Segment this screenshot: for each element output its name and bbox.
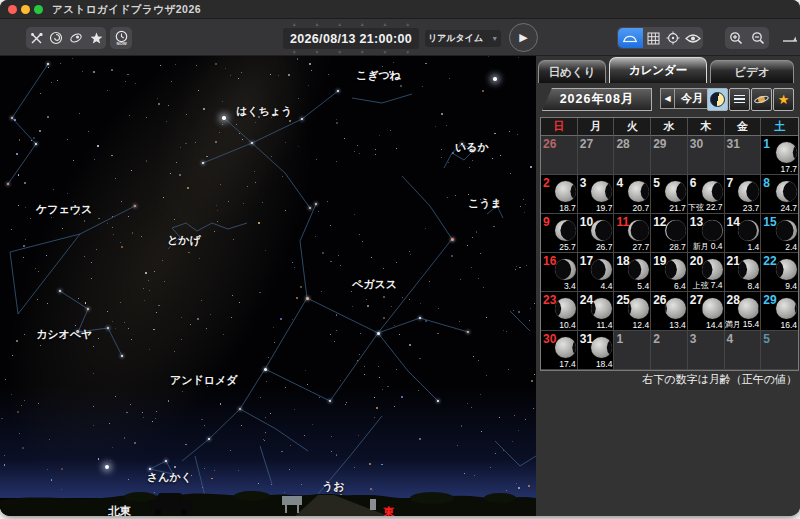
close-window-button[interactable] (8, 5, 17, 14)
calendar-day-cell[interactable]: 824.7 (761, 175, 798, 214)
calendar-day-cell[interactable]: 3118.4 (578, 331, 615, 370)
month-selector[interactable]: 2026年08月 (542, 88, 652, 111)
compass-label: 北東 (108, 504, 131, 516)
calendar-day-cell[interactable]: 28 (614, 136, 651, 175)
day-number: 31 (727, 137, 740, 151)
calendar-day-cell[interactable]: 1228.7 (651, 214, 688, 253)
calendar-day-cell[interactable]: 2 (651, 331, 688, 370)
prev-month-button[interactable]: ◀ (660, 88, 675, 109)
calendar-day-cell[interactable]: 218.7 (541, 175, 578, 214)
dome-view-icon[interactable] (618, 28, 643, 48)
galaxy-icon[interactable] (47, 28, 66, 48)
moonphase-icon[interactable] (707, 88, 728, 111)
moon-phase-image (702, 220, 723, 241)
day-number: 20 (690, 254, 703, 268)
display-tools-group (26, 27, 106, 49)
calendar-day-cell[interactable]: 29 (651, 136, 688, 175)
star-icon[interactable]: ★ (773, 88, 794, 111)
app-window: アストロガイドブラウザ2026 NOW ▲▲▲▲▲▲ 2026/08/13 21… (0, 0, 800, 516)
star-icon[interactable] (87, 28, 106, 48)
calendar-day-cell[interactable]: 163.4 (541, 253, 578, 292)
current-month-button[interactable]: 今月 (675, 88, 709, 109)
phase-label: 満月 (725, 319, 741, 330)
weekday-header: 日月火水木金土 (541, 118, 798, 136)
tab-calendar[interactable]: カレンダー (609, 57, 707, 83)
calendar-day-cell[interactable]: 521.7 (651, 175, 688, 214)
minimize-window-button[interactable] (21, 5, 30, 14)
zoom-out-icon[interactable] (749, 28, 768, 48)
clock-now-icon[interactable]: NOW (112, 28, 131, 48)
moon-age: 1.4 (747, 242, 759, 252)
calendar-day-cell[interactable]: 13新月0.4 (688, 214, 725, 253)
calendar-day-cell[interactable]: 2512.4 (614, 292, 651, 331)
calendar-day-cell[interactable]: 30 (688, 136, 725, 175)
moon-age: 23.7 (743, 203, 760, 213)
tools-icon[interactable] (27, 28, 46, 48)
road-sign (282, 496, 302, 505)
moon-phase-image (555, 220, 576, 241)
saturn-icon[interactable] (751, 88, 772, 111)
calendar-day-cell[interactable]: 6下弦22.7 (688, 175, 725, 214)
tab-video[interactable]: ビデオ (710, 60, 794, 83)
zoom-window-button[interactable] (34, 5, 43, 14)
calendar-day-cell[interactable]: 3017.4 (541, 331, 578, 370)
constellation-label: さんかく (147, 470, 192, 485)
calendar-day-cell[interactable]: 420.7 (614, 175, 651, 214)
datetime-decrement-carets[interactable]: ▼▼▼▼▼▼ (283, 50, 419, 55)
moon-phase-image (665, 220, 686, 241)
calendar-day-cell[interactable]: 2916.4 (761, 292, 798, 331)
calendar-day-cell[interactable]: 2714.4 (688, 292, 725, 331)
calendar-day-cell[interactable]: 2411.4 (578, 292, 615, 331)
play-button[interactable]: ▶ (509, 23, 538, 52)
weekday-label: 日 (541, 118, 578, 136)
calendar-day-cell[interactable]: 185.4 (614, 253, 651, 292)
calendar-day-cell[interactable]: 229.4 (761, 253, 798, 292)
now-button-group: NOW (110, 27, 132, 49)
calendar-day-cell[interactable]: 174.4 (578, 253, 615, 292)
calendar-day-cell[interactable]: 141.4 (725, 214, 762, 253)
grid-icon[interactable] (644, 28, 663, 48)
moon-phase-image (665, 181, 686, 202)
day-number: 15 (763, 215, 776, 229)
datetime-field[interactable]: 2026/08/13 21:00:00 (283, 28, 419, 49)
calendar-day-cell[interactable]: 196.4 (651, 253, 688, 292)
calendar-day-cell[interactable]: 117.7 (761, 136, 798, 175)
comet-icon[interactable] (67, 28, 86, 48)
target-icon[interactable] (664, 28, 683, 48)
horizon-set-icon[interactable] (781, 28, 800, 48)
time-mode-select[interactable]: リアルタイム ▼ (425, 30, 501, 47)
moon-age: 新月0.4 (693, 241, 723, 252)
day-number: 5 (763, 332, 770, 346)
list-icon[interactable] (729, 88, 750, 111)
calendar-day-cell[interactable]: 2310.4 (541, 292, 578, 331)
calendar-day-cell[interactable]: 20上弦7.4 (688, 253, 725, 292)
calendar-day-cell[interactable]: 152.4 (761, 214, 798, 253)
day-number: 30 (690, 137, 703, 151)
svg-text:NOW: NOW (116, 41, 126, 46)
moon-phase-image (591, 298, 612, 319)
calendar-day-cell[interactable]: 31 (725, 136, 762, 175)
calendar-day-cell[interactable]: 1 (614, 331, 651, 370)
constellation-label: ケフェウス (36, 202, 92, 217)
calendar-day-cell[interactable]: 26 (541, 136, 578, 175)
calendar-day-cell[interactable]: 4 (725, 331, 762, 370)
zoom-in-icon[interactable] (727, 28, 746, 48)
eye-icon[interactable] (684, 28, 703, 48)
calendar-day-cell[interactable]: 28満月15.4 (725, 292, 762, 331)
calendar-day-cell[interactable]: 1127.7 (614, 214, 651, 253)
side-panel: 日めくり カレンダー ビデオ 2026年08月 ◀ 今月 ▶ ★ 日月火水木金土 (536, 56, 800, 516)
sky-chart[interactable]: こぎつねはくちょういるかこうまケフェウスとかげペガススカシオペヤアンドロメダさん… (0, 56, 536, 516)
calendar-day-cell[interactable]: 27 (578, 136, 615, 175)
calendar-day-cell[interactable]: 3 (688, 331, 725, 370)
datetime-increment-carets[interactable]: ▲▲▲▲▲▲ (283, 22, 419, 27)
calendar-day-cell[interactable]: 925.7 (541, 214, 578, 253)
calendar-day-cell[interactable]: 2613.4 (651, 292, 688, 331)
calendar-day-cell[interactable]: 1026.7 (578, 214, 615, 253)
moon-phase-image (738, 220, 759, 241)
moon-age: 25.7 (559, 242, 576, 252)
calendar-day-cell[interactable]: 319.7 (578, 175, 615, 214)
tab-himekuri[interactable]: 日めくり (538, 60, 606, 83)
calendar-day-cell[interactable]: 218.4 (725, 253, 762, 292)
calendar-day-cell[interactable]: 723.7 (725, 175, 762, 214)
calendar-day-cell[interactable]: 5 (761, 331, 798, 370)
